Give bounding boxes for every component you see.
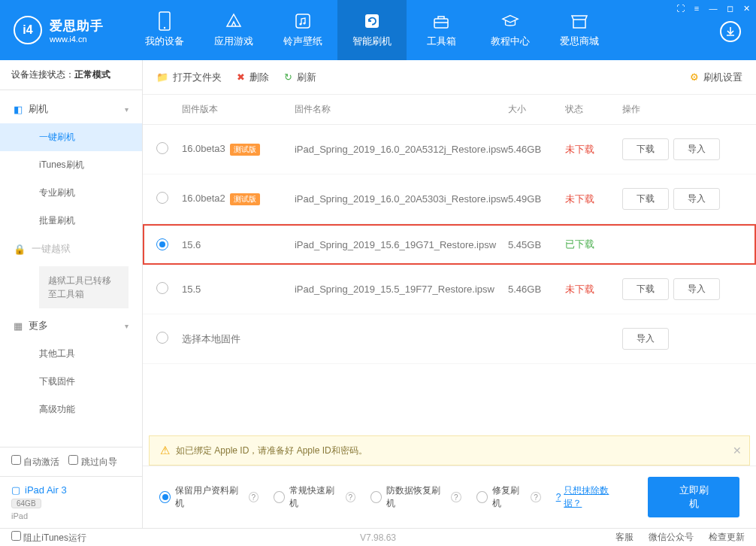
sidebar: 设备连接状态：正常模式 ◧ 刷机 ▾ 一键刷机 iTunes刷机 专业刷机 批量… — [0, 60, 143, 528]
sync-button[interactable] — [720, 21, 741, 42]
warning-icon: ⚠ — [160, 444, 170, 457]
firmware-radio[interactable] — [156, 192, 168, 204]
nav-tutorial[interactable]: 教程中心 — [476, 0, 545, 60]
logo-title: 爱思助手 — [50, 17, 104, 35]
download-button[interactable]: 下载 — [622, 278, 669, 300]
skip-wizard-checkbox[interactable]: 跳过向导 — [68, 455, 116, 469]
nav-store[interactable]: 爱思商城 — [545, 0, 614, 60]
win-people-icon[interactable]: ⛶ — [673, 2, 688, 14]
device-type: iPad — [11, 511, 131, 520]
fw-filename: iPad_Spring_2019_16.0_20A5303i_Restore.i… — [295, 193, 508, 205]
jailbreak-notice: 越狱工具已转移至工具箱 — [39, 266, 129, 308]
sidebar-item-itunes[interactable]: iTunes刷机 — [0, 151, 142, 179]
win-menu-icon[interactable]: ≡ — [689, 2, 704, 14]
device-name[interactable]: ▢ iPad Air 3 — [11, 484, 131, 496]
wechat-link[interactable]: 微信公众号 — [649, 531, 694, 544]
firmware-radio[interactable] — [156, 238, 168, 250]
device-capacity: 64GB — [11, 499, 41, 508]
opt-anti-recovery[interactable]: 防数据恢复刷机? — [370, 484, 461, 510]
help-icon[interactable]: ? — [451, 492, 461, 502]
block-itunes-checkbox[interactable]: 阻止iTunes运行 — [11, 531, 86, 544]
close-icon[interactable]: ✕ — [733, 444, 742, 457]
sidebar-item-other-tools[interactable]: 其他工具 — [0, 340, 142, 368]
local-firmware-row: 选择本地固件 导入 — [143, 314, 756, 364]
fw-filename: iPad_Spring_2019_15.6_19G71_Restore.ipsw — [295, 239, 508, 250]
chevron-down-icon: ▾ — [125, 322, 129, 330]
win-minimize-icon[interactable]: — — [706, 2, 721, 14]
auto-activate-checkbox[interactable]: 自动激活 — [11, 455, 59, 469]
toolbar: 📁打开文件夹 ✖删除 ↻刷新 ⚙刷机设置 — [143, 60, 756, 95]
delete-icon: ✖ — [237, 71, 245, 83]
nav-apps[interactable]: 应用游戏 — [199, 0, 268, 60]
import-button[interactable]: 导入 — [673, 278, 720, 300]
connection-status: 设备连接状态：正常模式 — [0, 60, 142, 90]
beta-badge: 测试版 — [230, 144, 260, 156]
version-label: V7.98.63 — [360, 532, 396, 543]
sidebar-group-flash[interactable]: ◧ 刷机 ▾ — [0, 95, 142, 123]
beta-badge: 测试版 — [230, 193, 260, 205]
toolbox-icon — [432, 12, 450, 30]
table-header: 固件版本 固件名称 大小 状态 操作 — [143, 95, 756, 125]
help-icon: ? — [556, 492, 561, 502]
firmware-row[interactable]: 15.5 iPad_Spring_2019_15.5_19F77_Restore… — [143, 265, 756, 314]
radio-local[interactable] — [156, 332, 168, 344]
firmware-radio[interactable] — [156, 282, 168, 294]
sidebar-item-pro[interactable]: 专业刷机 — [0, 179, 142, 207]
fw-status: 未下载 — [565, 283, 622, 296]
firmware-radio[interactable] — [156, 142, 168, 154]
download-button[interactable]: 下载 — [622, 138, 669, 160]
graduation-icon — [501, 12, 519, 30]
svg-point-3 — [299, 23, 301, 25]
help-icon[interactable]: ? — [346, 492, 355, 502]
import-button[interactable]: 导入 — [622, 328, 669, 350]
logo: i4 爱思助手 www.i4.cn — [14, 16, 104, 44]
nav-ringtones[interactable]: 铃声壁纸 — [268, 0, 337, 60]
opt-keep-data[interactable]: 保留用户资料刷机? — [159, 484, 259, 510]
main-content: 📁打开文件夹 ✖删除 ↻刷新 ⚙刷机设置 固件版本 固件名称 大小 状态 操作 … — [143, 60, 756, 528]
fw-filename: iPad_Spring_2019_15.5_19F77_Restore.ipsw — [295, 284, 508, 295]
erase-only-link[interactable]: ?只想抹除数据？ — [556, 484, 624, 510]
opt-quick[interactable]: 常规快速刷机? — [274, 484, 355, 510]
win-maximize-icon[interactable]: ◻ — [722, 2, 737, 14]
download-button[interactable]: 下载 — [622, 188, 669, 210]
svg-rect-5 — [365, 14, 379, 28]
apps-icon — [225, 12, 243, 30]
tablet-icon: ▢ — [11, 484, 20, 496]
folder-icon: 📁 — [156, 71, 168, 83]
fw-size: 5.45GB — [508, 239, 565, 250]
import-button[interactable]: 导入 — [673, 188, 720, 210]
nav-tools[interactable]: 工具箱 — [407, 0, 476, 60]
help-icon[interactable]: ? — [249, 492, 259, 502]
nav-my-device[interactable]: 我的设备 — [130, 0, 199, 60]
refresh-icon: ↻ — [284, 71, 292, 83]
fw-size: 5.46GB — [508, 144, 565, 155]
help-icon[interactable]: ? — [531, 492, 540, 502]
firmware-row[interactable]: 15.6 iPad_Spring_2019_15.6_19G71_Restore… — [143, 224, 756, 265]
grid-icon: ▦ — [14, 320, 23, 332]
svg-rect-6 — [434, 19, 448, 28]
sidebar-group-more[interactable]: ▦ 更多 ▾ — [0, 311, 142, 340]
delete-button[interactable]: ✖删除 — [237, 71, 269, 84]
firmware-row[interactable]: 16.0beta2测试版 iPad_Spring_2019_16.0_20A53… — [143, 174, 756, 224]
sidebar-item-oneclick[interactable]: 一键刷机 — [0, 123, 142, 151]
support-link[interactable]: 客服 — [615, 531, 634, 544]
import-button[interactable]: 导入 — [673, 138, 720, 160]
flash-settings-button[interactable]: ⚙刷机设置 — [690, 71, 742, 84]
fw-version: 15.6 — [182, 239, 295, 250]
logo-icon: i4 — [14, 16, 42, 44]
open-folder-button[interactable]: 📁打开文件夹 — [156, 71, 222, 84]
nav-flash[interactable]: 智能刷机 — [337, 0, 407, 60]
sidebar-item-download-fw[interactable]: 下载固件 — [0, 368, 142, 396]
fw-size: 5.46GB — [508, 284, 565, 295]
win-close-icon[interactable]: ✕ — [739, 2, 754, 14]
opt-repair[interactable]: 修复刷机? — [476, 484, 541, 510]
sidebar-item-advanced[interactable]: 高级功能 — [0, 396, 142, 423]
check-update-link[interactable]: 检查更新 — [709, 531, 745, 544]
svg-rect-2 — [296, 14, 310, 28]
flash-now-button[interactable]: 立即刷机 — [648, 477, 739, 517]
fw-version: 16.0beta3测试版 — [182, 143, 295, 156]
chevron-down-icon: ▾ — [125, 105, 129, 114]
sidebar-item-batch[interactable]: 批量刷机 — [0, 207, 142, 235]
firmware-row[interactable]: 16.0beta3测试版 iPad_Spring_2019_16.0_20A53… — [143, 125, 756, 174]
refresh-button[interactable]: ↻刷新 — [284, 71, 316, 84]
